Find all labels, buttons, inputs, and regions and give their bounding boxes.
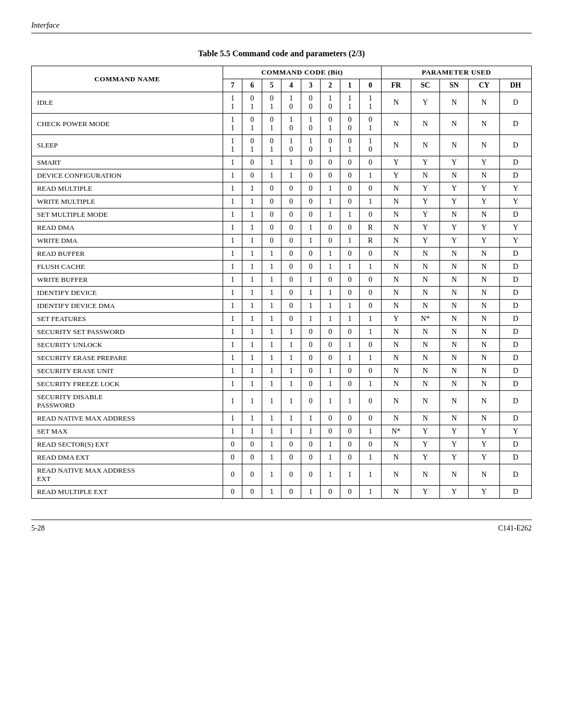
param-cell: Y — [411, 451, 439, 464]
bit-cell: 0 — [301, 451, 320, 464]
cmd-name-cell: SECURITY DISABLEPASSWORD — [32, 391, 223, 412]
bit-cell: 01 — [321, 114, 340, 135]
bit-cell: 0 — [301, 182, 320, 195]
bit-cell: 0 — [282, 235, 301, 248]
bit-cell: 1 — [282, 339, 301, 352]
cmd-name-cell: SET MAX — [32, 425, 223, 438]
bit-cell: 01 — [242, 114, 262, 135]
param-cell: D — [499, 135, 531, 156]
bit-cell: 1 — [262, 313, 281, 326]
bit-cell: 1 — [321, 261, 340, 274]
bit-cell: 1 — [321, 313, 340, 326]
param-cell: N — [381, 135, 411, 156]
bit-cell: 0 — [360, 248, 382, 261]
bit-cell: 0 — [340, 486, 359, 499]
bit-cell: 0 — [262, 195, 281, 208]
param-cell: N — [440, 261, 469, 274]
table-row: SECURITY ERASE UNIT11110100NNNND — [32, 365, 532, 378]
param-cell: N — [440, 365, 469, 378]
param-cell: Y — [469, 182, 500, 195]
cmd-name-cell: SECURITY ERASE PREPARE — [32, 352, 223, 365]
param-cell: N — [440, 412, 469, 425]
param-cell: Y — [469, 425, 500, 438]
bit-cell: 1 — [301, 274, 320, 287]
table-title: Table 5.5 Command code and parameters (2… — [31, 49, 532, 58]
param-cell: Y — [411, 235, 439, 248]
bit-cell: 10 — [301, 114, 320, 135]
bit-cell: 1 — [223, 326, 242, 339]
bit-cell: 1 — [242, 195, 262, 208]
param-cell: N — [381, 464, 411, 486]
bit-cell: 1 — [360, 261, 382, 274]
bit-cell: 0 — [262, 235, 281, 248]
param-cell: N — [440, 391, 469, 412]
table-row: IDENTIFY DEVICE DMA11101110NNNND — [32, 300, 532, 313]
param-cell: D — [499, 352, 531, 365]
cmd-name-cell: FLUSH CACHE — [32, 261, 223, 274]
bit-cell: 0 — [340, 221, 359, 235]
param-cell: N — [381, 365, 411, 378]
bit-cell: 1 — [242, 378, 262, 391]
bit-cell: 1 — [360, 195, 382, 208]
param-cell: N — [440, 92, 469, 114]
cmd-name-cell: READ DMA — [32, 221, 223, 235]
param-cell: N — [469, 274, 500, 287]
bit-cell: 1 — [340, 235, 359, 248]
bit-cell: 0 — [301, 169, 320, 182]
cmd-name-cell: READ MULTIPLE — [32, 182, 223, 195]
bit-cell: 0 — [340, 248, 359, 261]
bit-cell: 0 — [340, 365, 359, 378]
bit-cell: 0 — [321, 486, 340, 499]
cmd-name-cell: SET FEATURES — [32, 313, 223, 326]
bit-cell: 1 — [223, 313, 242, 326]
bit-cell: 0 — [301, 326, 320, 339]
bit-cell: 01 — [360, 114, 382, 135]
bit-cell: 0 — [301, 464, 320, 486]
bit-cell: 1 — [223, 287, 242, 300]
param-cell: N — [381, 208, 411, 221]
param-cell: N* — [381, 425, 411, 438]
param-cell: N — [381, 221, 411, 235]
bit-cell: 0 — [282, 438, 301, 451]
bit-cell: 0 — [301, 261, 320, 274]
bit-cell: 0 — [223, 438, 242, 451]
param-cell: N — [411, 412, 439, 425]
bit-cell: 1 — [262, 378, 281, 391]
cmd-name-cell: SMART — [32, 156, 223, 169]
bit-cell: 1 — [340, 300, 359, 313]
param-cell: D — [499, 378, 531, 391]
bit-cell: 1 — [242, 182, 262, 195]
cmd-name-cell: SECURITY ERASE UNIT — [32, 365, 223, 378]
bit-cell: 1 — [242, 412, 262, 425]
col-header-4: 4 — [282, 79, 301, 92]
cmd-name-cell: SECURITY SET PASSWORD — [32, 326, 223, 339]
bit-cell: 01 — [242, 92, 262, 114]
param-cell: N — [440, 287, 469, 300]
param-cell: N — [469, 412, 500, 425]
param-cell: D — [499, 169, 531, 182]
bit-cell: 1 — [242, 287, 262, 300]
bit-cell: 1 — [321, 378, 340, 391]
table-row: READ MULTIPLE EXT00101001NYYYD — [32, 486, 532, 499]
cmd-name-cell: IDLE — [32, 92, 223, 114]
cmd-name-cell: WRITE MULTIPLE — [32, 195, 223, 208]
table-row: READ MULTIPLE11000100NYYYY — [32, 182, 532, 195]
bit-cell: 1 — [242, 391, 262, 412]
bit-cell: 1 — [223, 195, 242, 208]
bit-cell: 1 — [321, 208, 340, 221]
col-group-parameter-used: PARAMETER USED — [381, 66, 531, 79]
bit-cell: 0 — [301, 352, 320, 365]
bit-cell: 0 — [282, 451, 301, 464]
bit-cell: 0 — [321, 339, 340, 352]
cmd-name-cell: DEVICE CONFIGURATION — [32, 169, 223, 182]
table-row: WRITE MULTIPLE11000101NYYYY — [32, 195, 532, 208]
param-cell: Y — [381, 156, 411, 169]
cmd-name-cell: IDENTIFY DEVICE DMA — [32, 300, 223, 313]
bit-cell: R — [360, 235, 382, 248]
param-cell: Y — [381, 313, 411, 326]
col-header-7: 7 — [223, 79, 242, 92]
param-cell: N — [440, 300, 469, 313]
bit-cell: 1 — [301, 287, 320, 300]
param-cell: D — [499, 208, 531, 221]
bit-cell: 1 — [360, 378, 382, 391]
